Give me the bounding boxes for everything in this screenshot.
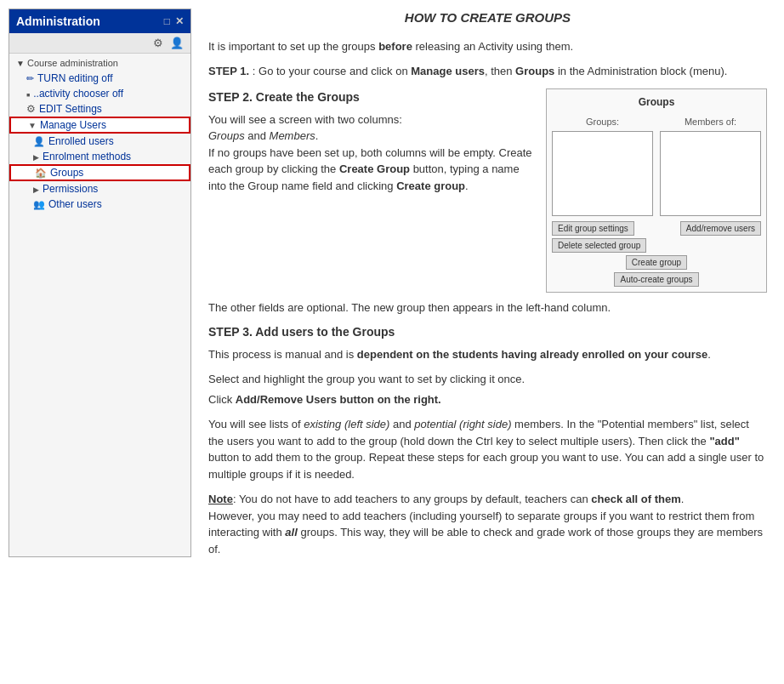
sidebar-item-turn-editing[interactable]: TURN editing off xyxy=(9,71,190,86)
person-icon xyxy=(33,135,45,147)
step3-click: Click Add/Remove Users button on the rig… xyxy=(208,391,767,408)
sidebar-title: Administration xyxy=(16,14,100,28)
sidebar-item-enrolled-users[interactable]: Enrolled users xyxy=(9,134,190,149)
user-icon[interactable]: 👤 xyxy=(170,37,184,49)
delete-selected-group-button[interactable]: Delete selected group xyxy=(552,238,646,253)
sidebar-header: Administration □ ✕ xyxy=(9,9,190,33)
bullet-icon xyxy=(26,88,30,100)
auto-create-groups-button[interactable]: Auto-create groups xyxy=(614,272,698,287)
step3-section: STEP 3. Add users to the Groups This pro… xyxy=(208,323,767,363)
sidebar-header-icons: □ ✕ xyxy=(164,15,184,27)
sidebar-item-enrolment-methods[interactable]: Enrolment methods xyxy=(9,149,190,164)
sidebar: Administration □ ✕ ⚙ 👤 ▼ Course administ… xyxy=(9,9,191,557)
groups-col1: Groups: xyxy=(552,115,653,217)
minimize-icon[interactable]: □ xyxy=(164,15,170,27)
step3-heading: STEP 3. Add users to the Groups xyxy=(208,323,767,341)
sidebar-item-groups[interactable]: Groups xyxy=(9,164,190,181)
sidebar-tools: ⚙ 👤 xyxy=(9,33,190,54)
persons-icon xyxy=(33,198,45,210)
settings-icon[interactable]: ⚙ xyxy=(153,37,163,49)
step3-para4: You will see lists of existing (left sid… xyxy=(208,416,767,482)
sidebar-item-permissions[interactable]: Permissions xyxy=(9,181,190,197)
sidebar-item-other-users[interactable]: Other users xyxy=(9,197,190,212)
step2-text: STEP 2. Create the Groups You will see a… xyxy=(208,88,536,294)
sidebar-item-edit-settings[interactable]: EDIT Settings xyxy=(9,101,190,117)
pencil-icon xyxy=(26,72,34,84)
course-admin-label: ▼ Course administration xyxy=(9,54,190,71)
page-title: HOW TO CREATE GROUPS xyxy=(208,9,767,28)
perm-icon xyxy=(33,183,39,195)
arrow-icon xyxy=(33,151,39,162)
sidebar-item-activity-chooser[interactable]: ..activity chooser off xyxy=(9,86,190,101)
edit-group-settings-button[interactable]: Edit group settings xyxy=(552,221,634,236)
group-icon xyxy=(35,167,47,179)
groups-image-title: Groups xyxy=(552,94,761,110)
groups-col1-box xyxy=(552,131,653,216)
step2-section: STEP 2. Create the Groups You will see a… xyxy=(208,88,767,294)
intro-text: It is important to set up the groups bef… xyxy=(208,38,767,55)
groups-col2-box xyxy=(660,131,761,216)
add-remove-users-button[interactable]: Add/remove users xyxy=(680,221,761,236)
groups-buttons: Edit group settings Add/remove users Del… xyxy=(552,221,761,287)
step2-para3: The other fields are optional. The new g… xyxy=(208,299,767,316)
sidebar-item-manage-users[interactable]: ▼ Manage Users xyxy=(9,117,190,134)
main-content: HOW TO CREATE GROUPS It is important to … xyxy=(200,9,775,557)
gear-icon xyxy=(26,103,36,115)
step1-text: STEP 1. : Go to your course and click on… xyxy=(208,63,767,80)
close-icon[interactable]: ✕ xyxy=(175,15,184,27)
note-section: Note: You do not have to add teachers to… xyxy=(208,491,767,557)
step3-select: Select and highlight the group you want … xyxy=(208,371,767,388)
step2-heading: STEP 2. Create the Groups xyxy=(208,88,536,106)
groups-image: Groups Groups: Members of: Edit group se… xyxy=(546,88,767,294)
groups-col2: Members of: xyxy=(660,115,761,217)
create-group-button[interactable]: Create group xyxy=(626,255,687,270)
